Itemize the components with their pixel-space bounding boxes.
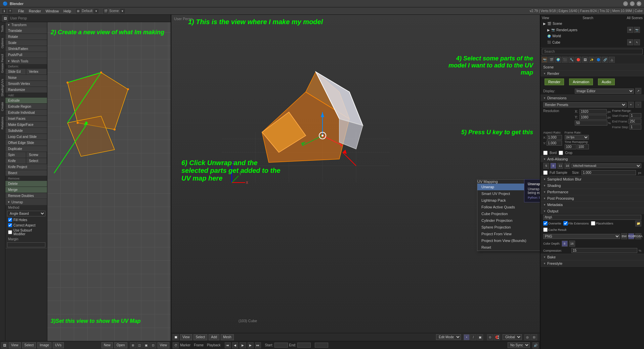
aa-filter-select[interactable]: Mitchell-Netravali (571, 163, 641, 168)
maximize-button[interactable]: □ (630, 1, 635, 6)
offset-edge-slide-btn[interactable]: Offset Edge Slide (5, 140, 47, 146)
make-edge-face-btn[interactable]: Make Edge/Face (5, 122, 47, 128)
duplicate-btn[interactable]: Duplicate (5, 146, 47, 152)
rgb-btn[interactable]: RGB (628, 233, 634, 239)
search-label[interactable]: Search (583, 16, 593, 20)
sidebar-tab-options[interactable]: Options (0, 35, 5, 51)
3d-viewport[interactable]: User Persp (171, 15, 540, 333)
rgba-btn[interactable]: RGBA (635, 233, 641, 239)
delete-btn[interactable]: Delete (5, 181, 47, 187)
display-select[interactable]: Image Editor (575, 89, 634, 94)
onion-skin-icon[interactable]: ◎ (524, 334, 530, 340)
aspect-x-input[interactable] (547, 135, 562, 140)
shrink-fatten-btn[interactable]: Shrink/Fatten (5, 46, 47, 52)
physics-props-icon[interactable]: 🔵 (595, 57, 601, 63)
play-btn[interactable]: ▶ (240, 342, 246, 348)
aa-8[interactable]: 8 (550, 163, 556, 169)
cube-projection-item[interactable]: Cube Projection (477, 210, 540, 217)
extrude-region-btn[interactable]: Extrude Region (5, 104, 47, 110)
view3d-btn[interactable]: View (180, 334, 192, 340)
project-from-view-item[interactable]: Project From View (477, 231, 540, 237)
screw-btn[interactable]: Screw (26, 152, 47, 158)
info-icon[interactable]: ℹ (1, 8, 7, 14)
render-layers-item[interactable]: ▶ 📷 RenderLayers 👁 📷 (542, 26, 643, 34)
render-presets-select[interactable]: Render Presets (543, 102, 627, 107)
proportional-icon[interactable]: ⊙ (487, 334, 493, 340)
aa-11[interactable]: 11 (557, 163, 563, 169)
uv-image-btn[interactable]: Image (37, 342, 51, 348)
layout-dropdown[interactable]: ▾ (93, 8, 99, 14)
frame-rate-select[interactable]: 24 fps (565, 135, 589, 140)
prev-frame-btn[interactable]: ◀ (232, 342, 238, 348)
jump-end-btn[interactable]: ⏭ (255, 342, 261, 348)
end-frame-prop[interactable] (629, 119, 641, 124)
3d-icon[interactable]: 🔲 (173, 334, 179, 340)
audio-icon[interactable]: 🔊 (532, 342, 539, 348)
push-pull-btn[interactable]: Push/Pull (5, 52, 47, 58)
file-ext-checkbox[interactable] (563, 221, 568, 226)
bw-btn[interactable]: BW (621, 233, 627, 239)
constraints-props-icon[interactable]: 🔗 (602, 57, 608, 63)
minimize-button[interactable]: ─ (623, 1, 628, 6)
sidebar-tab-tools[interactable]: Tools (0, 22, 5, 35)
face-mode-icon[interactable]: ▣ (477, 334, 483, 340)
world-item[interactable]: 🌍 World (542, 34, 643, 39)
loop-cut-slide-btn[interactable]: Loop Cut and Slide (5, 134, 47, 140)
uv-icon1[interactable]: ⊞ (130, 342, 136, 348)
object-props-icon[interactable]: ⬛ (562, 57, 568, 63)
uv-new-btn[interactable]: New (101, 342, 113, 348)
time-new-input[interactable] (577, 144, 589, 149)
performance-header[interactable]: Performance (541, 189, 644, 195)
start-frame-input[interactable]: 1 (274, 343, 288, 348)
menu-window[interactable]: Window (44, 8, 61, 14)
uv-viewport[interactable]: 2) Create a new view of what Im making 3… (47, 22, 171, 341)
knife-project-btn[interactable]: Knife Project (5, 164, 47, 170)
uv-view-btn[interactable]: View (9, 342, 21, 348)
overwrite-checkbox[interactable] (543, 221, 548, 226)
presets-plus[interactable]: + (628, 102, 634, 108)
placeholders-checkbox[interactable] (591, 221, 595, 226)
output-path-browse[interactable]: 📁 (635, 220, 641, 227)
uv-editor-icon[interactable]: 🖼 (2, 15, 8, 21)
spin-btn[interactable]: Spin (5, 152, 26, 158)
menu-render[interactable]: Render (27, 8, 43, 14)
uv-view2-btn[interactable]: View (158, 342, 170, 348)
motion-blur-header[interactable]: Sampled Motion Blur (541, 176, 644, 182)
sidebar-tab-relations[interactable]: Relations (0, 114, 5, 132)
render-layers-eye[interactable]: 👁 (627, 27, 633, 33)
frame-step-prop[interactable] (630, 124, 641, 130)
subdivide-btn[interactable]: Subdivide (5, 128, 47, 134)
compression-input[interactable] (571, 248, 637, 253)
noise-btn[interactable]: Noise (5, 75, 47, 81)
transform-header[interactable]: Transform (5, 22, 47, 28)
mirror-icon[interactable]: ⊟ (531, 334, 537, 340)
post-processing-header[interactable]: Post Processing (541, 195, 644, 201)
playback-btn[interactable]: Playback (207, 343, 221, 347)
add3d-btn[interactable]: Add (209, 334, 219, 340)
no-sync-select[interactable]: No Sync (508, 342, 530, 348)
modifier-props-icon[interactable]: 🔧 (568, 57, 574, 63)
edit-mode-select[interactable]: Edit Mode (436, 334, 461, 340)
time-old-input[interactable] (565, 144, 576, 149)
smooth-vertex-btn[interactable]: Smooth Vertex (5, 81, 47, 87)
crop-checkbox[interactable] (559, 151, 563, 155)
scene-dropdown[interactable]: ▾ (120, 8, 126, 14)
snap-icon[interactable]: 🧲 (494, 334, 500, 340)
bisect-btn[interactable]: Bisect (5, 170, 47, 176)
metadata-header[interactable]: Metadata (541, 202, 644, 208)
menu-file[interactable]: File (16, 8, 26, 14)
world-props-icon[interactable]: 🌍 (555, 57, 561, 63)
size-input[interactable] (582, 170, 636, 175)
remove-doubles-btn[interactable]: Remove Doubles (5, 193, 47, 199)
margin-input[interactable]: 0.001 (7, 242, 45, 247)
translate-btn[interactable]: Translate (5, 28, 47, 34)
vertex-mode-icon[interactable]: • (464, 334, 470, 340)
aspect-y-input[interactable] (547, 141, 562, 146)
aa-header[interactable]: Anti-Aliasing (541, 156, 644, 162)
help-icon[interactable]: ? (7, 8, 13, 14)
freestyle-header[interactable]: Freestyle (541, 260, 644, 266)
select3d-btn[interactable]: Select (194, 334, 208, 340)
border-checkbox[interactable] (543, 151, 548, 155)
uv-icon2[interactable]: ◫ (137, 342, 143, 348)
randomize-btn[interactable]: Randomize (5, 87, 47, 93)
